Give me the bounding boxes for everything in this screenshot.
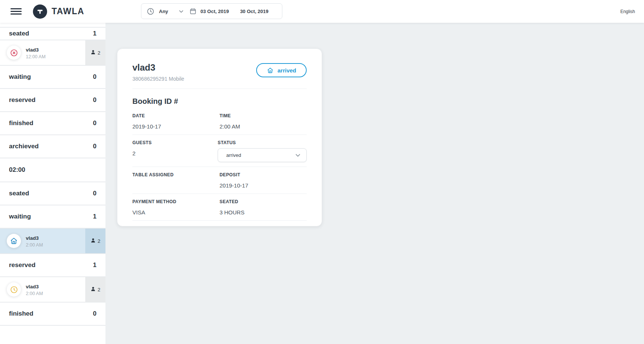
- sidebar: seated1vlad312:00 AM2waiting0reserved0fi…: [0, 23, 105, 344]
- sidebar-category-reserved[interactable]: reserved0: [0, 89, 105, 112]
- chevron-down-icon: [295, 152, 301, 158]
- language-selector[interactable]: English: [620, 9, 635, 14]
- booking-id-title: Booking ID #: [132, 97, 307, 106]
- cancel-icon: [7, 46, 21, 60]
- category-label: archieved: [9, 143, 39, 150]
- booking-time: 2:00 AM: [26, 242, 85, 248]
- clock-icon: [147, 7, 154, 15]
- category-count: 0: [93, 120, 96, 127]
- booking-card-header: vlad3 380686295291 Mobile arrived: [132, 62, 307, 89]
- category-label: seated: [9, 30, 29, 37]
- date-from-value[interactable]: 03 Oct, 2019: [200, 9, 229, 14]
- guest-count: 2: [98, 50, 100, 56]
- category-count: 0: [93, 310, 96, 317]
- status-select-value: arrived: [226, 152, 241, 158]
- category-count: 0: [93, 143, 96, 150]
- home-icon: [7, 234, 21, 248]
- category-count: 1: [93, 30, 96, 37]
- booking-guest-name: vlad3: [26, 235, 39, 241]
- status-select[interactable]: arrived: [218, 148, 307, 162]
- time-header-label: 02:00: [9, 166, 25, 174]
- home-icon: [267, 67, 274, 74]
- guest-name: vlad3: [132, 62, 184, 73]
- category-count: 0: [93, 73, 96, 81]
- booking-time: 2:00 AM: [26, 291, 85, 296]
- category-label: finished: [9, 120, 33, 127]
- person-icon: [91, 238, 96, 244]
- sidebar-booking-vlad3[interactable]: vlad32:00 AM2: [0, 229, 105, 254]
- body-wrap: seated1vlad312:00 AM2waiting0reserved0fi…: [0, 23, 644, 344]
- field-label: TABLE ASSIGNED: [132, 172, 220, 177]
- category-label: reserved: [9, 96, 36, 104]
- sidebar-category-finished[interactable]: finished0: [0, 112, 105, 135]
- field-label: GUESTS: [132, 140, 218, 145]
- status-badge-label: arrived: [277, 67, 296, 74]
- guest-identity: vlad3 380686295291 Mobile: [132, 62, 184, 82]
- field-label: TIME: [220, 113, 307, 118]
- booking-time: 12:00 AM: [26, 54, 85, 59]
- field-deposit: DEPOSIT 2019-10-17: [220, 172, 307, 189]
- sidebar-category-archieved[interactable]: archieved0: [0, 135, 105, 158]
- filter-bar[interactable]: Any 03 Oct, 2019 30 Oct, 2019: [141, 3, 282, 19]
- category-count: 0: [93, 190, 96, 197]
- sidebar-category-reserved[interactable]: reserved1: [0, 254, 105, 277]
- sidebar-booking-vlad3[interactable]: vlad32:00 AM2: [0, 277, 105, 303]
- sidebar-filler: [0, 326, 105, 344]
- sidebar-time-header: 02:00: [0, 158, 105, 182]
- category-label: seated: [9, 190, 29, 197]
- field-label: SEATED: [220, 199, 307, 204]
- field-value: VISA: [132, 209, 220, 216]
- date-to-value[interactable]: 30 Oct, 2019: [240, 9, 269, 14]
- field-status: STATUS arrived: [218, 140, 307, 162]
- calendar-icon: [189, 7, 197, 15]
- category-label: finished: [9, 310, 33, 317]
- field-table-assigned: TABLE ASSIGNED: [132, 172, 220, 189]
- field-seated: SEATED 3 HOURS: [220, 199, 307, 216]
- field-label: PAYMENT METHOD: [132, 199, 220, 204]
- field-date: DATE 2019-10-17: [132, 113, 220, 130]
- sidebar-category-finished[interactable]: finished0: [0, 303, 105, 326]
- field-row-date-time: DATE 2019-10-17 TIME 2:00 AM: [132, 108, 307, 135]
- sidebar-category-seated[interactable]: seated0: [0, 182, 105, 205]
- booking-guest-name: vlad3: [26, 47, 39, 53]
- brand: TAWLA: [33, 4, 85, 19]
- field-value: 3 HOURS: [220, 209, 307, 216]
- guest-count-badge: 2: [85, 229, 105, 253]
- sidebar-category-waiting[interactable]: waiting0: [0, 66, 105, 89]
- category-label: waiting: [9, 73, 31, 81]
- person-icon: [91, 286, 96, 293]
- field-value: 2:00 AM: [220, 123, 307, 130]
- field-value: 2019-10-17: [220, 182, 307, 189]
- category-count: 0: [93, 96, 96, 104]
- sidebar-booking-vlad3[interactable]: vlad312:00 AM2: [0, 40, 105, 66]
- app-root: TAWLA Any 03 Oct, 2019 30 Oct,: [0, 0, 644, 344]
- field-value: 2019-10-17: [132, 123, 220, 130]
- booking-guest-name: vlad3: [26, 284, 39, 289]
- clock-icon: [7, 282, 21, 297]
- menu-button[interactable]: [10, 7, 22, 16]
- guest-count-badge: 2: [85, 40, 105, 65]
- category-label: waiting: [9, 213, 31, 220]
- chevron-down-icon[interactable]: [178, 9, 184, 14]
- sidebar-category-waiting[interactable]: waiting1: [0, 205, 105, 229]
- field-value: 2: [132, 150, 218, 157]
- arrived-status-button[interactable]: arrived: [256, 63, 307, 77]
- field-value: [132, 182, 220, 189]
- tawla-logo-icon: [33, 4, 47, 19]
- field-payment-method: PAYMENT METHOD VISA: [132, 199, 220, 216]
- guest-count: 2: [98, 287, 100, 292]
- sidebar-category-seated[interactable]: seated1: [0, 28, 105, 40]
- field-label: DATE: [132, 113, 220, 118]
- field-time: TIME 2:00 AM: [220, 113, 307, 130]
- category-count: 1: [93, 213, 96, 220]
- field-row-guests-status: GUESTS 2 STATUS arrived: [132, 135, 307, 167]
- guest-count-badge: 2: [85, 277, 105, 302]
- field-label: STATUS: [218, 140, 307, 145]
- guest-phone: 380686295291 Mobile: [132, 76, 184, 82]
- category-count: 1: [93, 261, 96, 269]
- field-row-payment-seated: PAYMENT METHOD VISA SEATED 3 HOURS: [132, 194, 307, 221]
- time-filter-value[interactable]: Any: [159, 9, 172, 14]
- person-icon: [91, 50, 96, 56]
- field-guests: GUESTS 2: [132, 140, 218, 162]
- field-label: DEPOSIT: [220, 172, 307, 177]
